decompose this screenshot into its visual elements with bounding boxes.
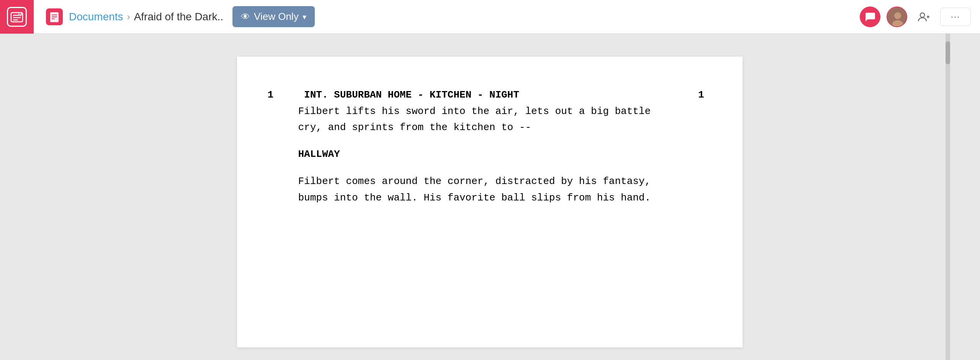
- sub-heading-hallway: HALLWAY: [298, 147, 704, 163]
- document-page: 1 INT. SUBURBAN HOME - KITCHEN - NIGHT 1…: [237, 57, 743, 347]
- user-avatar[interactable]: [887, 7, 907, 27]
- app-logo-container: [0, 0, 34, 34]
- chevron-down-icon: ▾: [303, 12, 306, 21]
- more-options-button[interactable]: ···: [940, 8, 971, 26]
- scrollbar-track[interactable]: [946, 34, 950, 360]
- sidebar-left: [0, 34, 34, 360]
- user-avatar-image: [887, 7, 906, 26]
- main-layout: 1 INT. SUBURBAN HOME - KITCHEN - NIGHT 1…: [0, 34, 980, 360]
- document-area: 1 INT. SUBURBAN HOME - KITCHEN - NIGHT 1…: [34, 34, 946, 360]
- app-logo-svg: [10, 10, 23, 23]
- scene-heading-row: 1 INT. SUBURBAN HOME - KITCHEN - NIGHT 1: [268, 87, 704, 103]
- doc-icon-svg: [49, 11, 60, 22]
- add-user-icon: [918, 11, 930, 23]
- svg-point-12: [920, 13, 924, 17]
- view-only-label: View Only: [254, 11, 299, 23]
- comment-icon-button[interactable]: [860, 7, 880, 27]
- document-small-icon: [46, 8, 63, 25]
- header: Documents › Afraid of the Dark.. 👁 View …: [0, 0, 980, 34]
- script-content: 1 INT. SUBURBAN HOME - KITCHEN - NIGHT 1…: [268, 87, 704, 206]
- scene-number-left: 1: [268, 87, 274, 103]
- header-right-actions: ···: [860, 7, 971, 27]
- sidebar-right: [946, 34, 980, 360]
- scrollbar-thumb[interactable]: [946, 41, 950, 64]
- eye-icon: 👁: [241, 11, 250, 22]
- breadcrumb: Documents › Afraid of the Dark..: [69, 11, 223, 23]
- comment-icon: [864, 11, 876, 23]
- add-user-button[interactable]: [913, 7, 934, 27]
- svg-point-10: [894, 12, 901, 19]
- more-icon: ···: [951, 12, 960, 22]
- app-icon: [7, 7, 27, 27]
- action-paragraph-2: Filbert comes around the corner, distrac…: [298, 173, 704, 206]
- scene-number-right: 1: [698, 87, 704, 103]
- breadcrumb-chevron: ›: [127, 11, 130, 22]
- action-paragraph-1: Filbert lifts his sword into the air, le…: [298, 103, 704, 136]
- breadcrumb-document-title: Afraid of the Dark..: [134, 11, 223, 23]
- scene-heading-text: INT. SUBURBAN HOME - KITCHEN - NIGHT: [304, 87, 519, 103]
- avatar-svg: [887, 7, 907, 27]
- view-only-button[interactable]: 👁 View Only ▾: [232, 6, 315, 27]
- breadcrumb-documents-link[interactable]: Documents: [69, 11, 123, 23]
